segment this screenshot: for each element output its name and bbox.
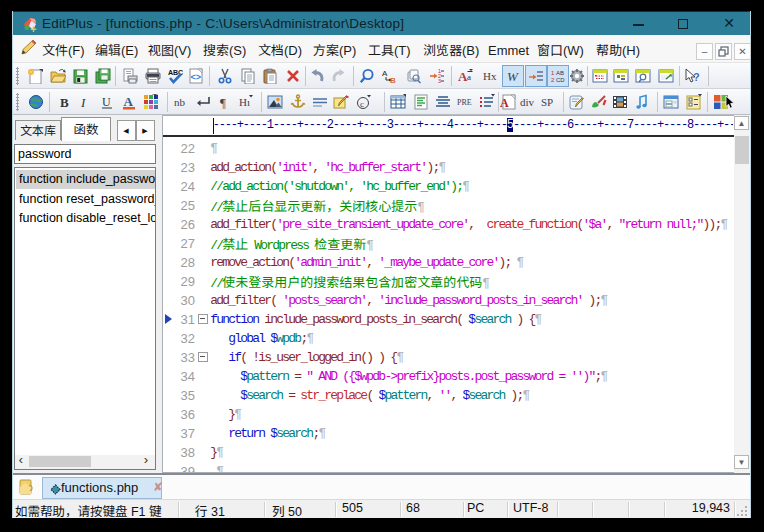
svg-text:A: A xyxy=(124,94,134,109)
svg-text:I: I xyxy=(80,95,86,110)
svg-text:3: 3 xyxy=(438,78,441,84)
svg-text:U: U xyxy=(102,95,111,109)
svg-text:Hı: Hı xyxy=(239,96,250,108)
svg-text:?: ? xyxy=(693,71,700,83)
svg-text:a: a xyxy=(467,72,471,82)
svg-text:SP: SP xyxy=(541,96,553,108)
svg-text:B: B xyxy=(60,95,69,110)
svg-text:W: W xyxy=(507,69,519,84)
svg-text:c: c xyxy=(360,99,364,109)
svg-text:PRE: PRE xyxy=(457,98,472,107)
svg-text:2: 2 xyxy=(551,77,555,83)
svg-text:1: 1 xyxy=(551,70,555,76)
svg-text:A: A xyxy=(382,69,388,78)
svg-text:Hx: Hx xyxy=(483,70,497,82)
svg-text:AB: AB xyxy=(556,70,564,76)
svg-text:<>: <> xyxy=(191,72,202,82)
svg-text:CD: CD xyxy=(556,77,565,83)
svg-text:A: A xyxy=(500,96,509,110)
svg-text:¶: ¶ xyxy=(220,95,226,110)
svg-text:nb: nb xyxy=(174,96,186,108)
svg-text:div: div xyxy=(520,96,535,108)
